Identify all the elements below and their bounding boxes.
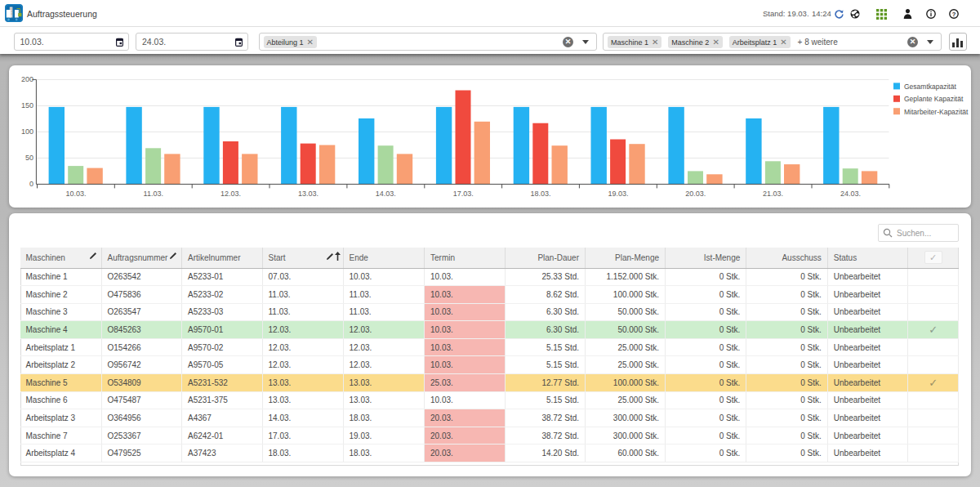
svg-text:50: 50: [25, 154, 33, 162]
svg-text:19.03.: 19.03.: [608, 190, 628, 198]
svg-text:24.03.: 24.03.: [840, 190, 861, 198]
svg-text:100: 100: [21, 127, 33, 136]
svg-text:150: 150: [21, 101, 33, 109]
svg-text:17.03.: 17.03.: [453, 190, 474, 198]
svg-text:14.03.: 14.03.: [376, 190, 396, 198]
svg-text:10.03.: 10.03.: [65, 190, 86, 198]
svg-text:Gesamtkapazität: Gesamtkapazität: [904, 83, 956, 91]
svg-text:?: ?: [952, 11, 956, 18]
svg-text:Mitarbeiter-Kapazität: Mitarbeiter-Kapazität: [904, 108, 969, 116]
svg-text:0: 0: [29, 180, 33, 188]
svg-text:18.03.: 18.03.: [530, 190, 550, 198]
svg-text:20.03.: 20.03.: [685, 190, 706, 198]
svg-text:11.03.: 11.03.: [144, 190, 163, 198]
svg-text:21.03.: 21.03.: [763, 190, 783, 198]
svg-text:Geplante Kapazität: Geplante Kapazität: [904, 95, 964, 103]
svg-text:13.03.: 13.03.: [298, 190, 318, 198]
svg-text:12.03.: 12.03.: [220, 190, 241, 198]
svg-text:200: 200: [21, 75, 33, 83]
